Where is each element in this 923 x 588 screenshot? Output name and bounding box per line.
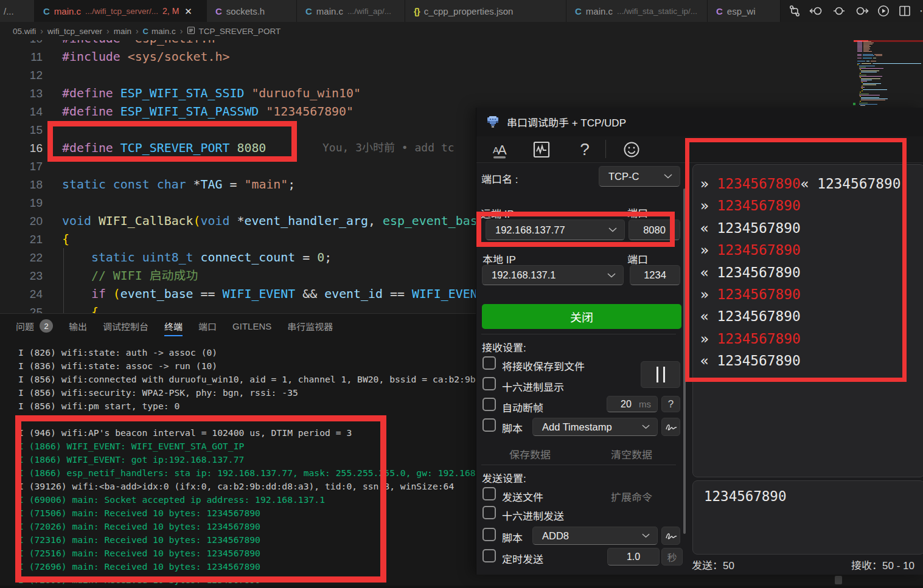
breadcrumb-item[interactable]: TCP_SREVER_PORT <box>198 27 280 36</box>
save-to-file-checkbox[interactable] <box>482 356 496 370</box>
port-type-select[interactable]: TCP-C <box>599 166 680 187</box>
minimap-row <box>872 63 921 64</box>
seconds-unit-button: 秒 <box>661 548 683 566</box>
receive-script-select[interactable]: Add Timestamp <box>532 418 658 436</box>
breadcrumb-item[interactable]: main <box>114 27 131 36</box>
line-number: 13 <box>0 85 43 103</box>
minimap-row <box>861 72 877 72</box>
run-code-icon[interactable] <box>877 4 890 18</box>
editor-tab[interactable]: Cesp_wi <box>708 0 781 22</box>
panel-tab-输出[interactable]: 输出 <box>69 314 87 338</box>
panel-tab-端口[interactable]: 端口 <box>198 314 217 338</box>
auto-frame-ms-input[interactable]: 20 ms <box>607 396 658 412</box>
auto-frame-checkbox[interactable] <box>482 398 496 411</box>
receive-data-panel[interactable]: » 1234567890« 1234567890» 1234567890« 12… <box>692 164 923 477</box>
minimap[interactable] <box>854 40 923 108</box>
timed-send-interval-input[interactable]: 1.0 <box>607 548 660 566</box>
pen-squiggle-icon <box>665 531 677 540</box>
breadcrumb-item[interactable]: 05.wifi <box>13 27 36 36</box>
send-text: 1234567890 <box>704 488 786 504</box>
editor-tab[interactable]: {}c_cpp_properties.json <box>405 0 566 22</box>
seconds-unit: 秒 <box>667 550 677 564</box>
panel-tab-label: 问题 <box>16 320 34 333</box>
editor-tab[interactable]: Cmain.c.../wifi_tcp_server/...2, M✕ <box>35 0 207 22</box>
waveform-chart-icon[interactable] <box>531 139 552 161</box>
clear-data-button[interactable]: 清空数据 <box>611 446 652 462</box>
send-settings-label: 发送设置: <box>482 470 526 485</box>
toolbar-separator <box>605 140 606 158</box>
tab-label: sockets.h <box>226 6 265 16</box>
send-script-value: ADD8 <box>533 530 569 542</box>
code-line: #include <sys/socket.h> <box>62 48 849 66</box>
panel-tab-终端[interactable]: 终端 <box>164 314 183 338</box>
edit-receive-script-button[interactable] <box>661 418 680 436</box>
line-number: 20 <box>0 212 43 230</box>
settings-scrollbar[interactable] <box>683 189 686 534</box>
editor-gutter: 10111213141516171819202122232425 <box>0 40 43 313</box>
editor-tab[interactable]: /... <box>0 0 35 22</box>
receive-script-checkbox[interactable] <box>482 418 496 432</box>
tab-label: esp_wi <box>727 6 756 16</box>
receive-line: » 1234567890« 1234567890 <box>700 173 900 195</box>
line-number: 11 <box>0 48 43 66</box>
close-connection-button[interactable]: 关闭 <box>482 304 681 329</box>
pause-button[interactable] <box>641 361 680 388</box>
symbol-icon <box>187 26 195 36</box>
close-icon[interactable]: ✕ <box>184 7 192 16</box>
navigate-forward-icon[interactable] <box>854 4 869 18</box>
minimap-row <box>857 61 865 61</box>
panel-tab-GITLENS[interactable]: GITLENS <box>232 314 271 338</box>
save-data-button[interactable]: 保存数据 <box>509 446 551 462</box>
frame-help-button[interactable]: ? <box>661 396 680 412</box>
send-file-checkbox[interactable] <box>482 487 496 500</box>
navigate-location-icon[interactable] <box>832 4 846 18</box>
tab-label: /... <box>4 6 14 16</box>
send-script-select[interactable]: ADD8 <box>532 527 658 545</box>
chevron-down-icon <box>664 174 672 179</box>
breadcrumb-item[interactable]: main.c <box>152 27 176 36</box>
local-port-label: 端口 <box>627 251 648 266</box>
serial-titlebar[interactable]: 串口调试助手 + TCP/UDP <box>476 108 923 136</box>
local-port-input[interactable]: 1234 <box>630 265 680 285</box>
local-ip-select[interactable]: 192.168.137.1 <box>482 265 624 285</box>
send-script-label: 脚本 <box>502 530 523 545</box>
extend-command-button[interactable]: 扩展命令 <box>611 489 652 504</box>
editor-actions: ⋯ <box>781 0 923 22</box>
line-number: 23 <box>0 267 43 285</box>
local-ip-label: 本地 IP <box>482 251 516 266</box>
smiley-icon[interactable] <box>621 139 643 161</box>
receive-line: » 1234567890 <box>700 328 900 350</box>
editor-tab[interactable]: Cmain.c.../wifi_ap/... <box>297 0 405 22</box>
font-settings-icon[interactable]: AA <box>489 139 511 161</box>
timed-send-checkbox[interactable] <box>482 549 496 562</box>
editor-tab[interactable]: Csockets.h <box>207 0 297 22</box>
navigate-back-icon[interactable] <box>809 4 824 18</box>
hex-display-checkbox[interactable] <box>482 377 496 390</box>
scrollbar-thumb[interactable] <box>835 576 842 584</box>
minimap-row <box>868 40 923 42</box>
remote-port-input[interactable]: 8080 <box>629 220 680 240</box>
edit-send-script-button[interactable] <box>661 527 680 545</box>
help-icon[interactable]: ? <box>574 139 596 161</box>
auto-frame-unit: ms <box>639 399 651 409</box>
breadcrumb-separator: › <box>136 26 139 36</box>
panel-tab-label: 调试控制台 <box>103 320 148 333</box>
hex-send-checkbox[interactable] <box>482 506 496 519</box>
panel-tab-串行监视器[interactable]: 串行监视器 <box>287 314 333 338</box>
pen-squiggle-icon <box>665 423 677 431</box>
panel-tab-调试控制台[interactable]: 调试控制台 <box>103 314 148 338</box>
minimap-row <box>857 58 862 58</box>
minimap-row <box>857 55 862 56</box>
breadcrumb-item[interactable]: wifi_tcp_server <box>47 27 102 36</box>
git-compare-icon[interactable] <box>788 4 801 18</box>
more-actions-icon[interactable]: ⋯ <box>919 4 923 18</box>
port-type-value: TCP-C <box>599 171 639 182</box>
remote-ip-select[interactable]: 192.168.137.77 <box>486 220 625 240</box>
send-data-panel[interactable]: 1234567890 <box>692 480 923 555</box>
send-script-checkbox[interactable] <box>482 528 496 541</box>
json-braces-icon: {} <box>414 6 420 16</box>
editor-tab[interactable]: Cmain.c.../wifi_sta_static_ip/... <box>566 0 708 22</box>
panel-tab-问题[interactable]: 问题2 <box>16 314 53 338</box>
split-editor-icon[interactable] <box>898 4 911 18</box>
receive-line: « 1234567890 <box>700 261 900 283</box>
